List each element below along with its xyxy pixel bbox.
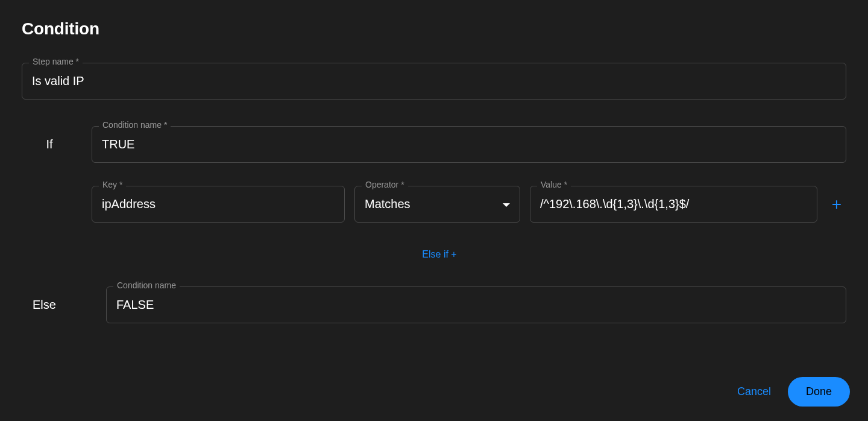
if-condition-name-field: Condition name * (92, 126, 846, 163)
page-title: Condition (22, 19, 846, 39)
else-if-button[interactable]: Else if + (33, 249, 846, 260)
value-label: Value * (537, 180, 571, 189)
done-button[interactable]: Done (788, 377, 850, 407)
step-name-row: Step name * (22, 63, 846, 100)
if-condition-name-label: Condition name * (99, 120, 171, 130)
operator-field: Operator * Matches (354, 186, 520, 223)
value-input[interactable] (530, 186, 817, 223)
key-label: Key * (99, 180, 126, 189)
value-field: Value * (530, 186, 817, 223)
if-condition-name-input[interactable] (92, 126, 846, 163)
else-label: Else (22, 298, 96, 312)
else-condition-name-label: Condition name (113, 280, 180, 290)
if-row: If Condition name * (22, 126, 846, 163)
step-name-label: Step name * (29, 57, 83, 66)
operator-select[interactable]: Matches (354, 186, 520, 223)
else-condition-name-input[interactable] (106, 286, 846, 323)
else-row: Else Condition name (22, 286, 846, 323)
if-label: If (22, 138, 82, 151)
operator-label: Operator * (362, 180, 408, 189)
plus-icon: + (832, 195, 841, 214)
step-name-input[interactable] (22, 63, 846, 100)
key-input[interactable] (92, 186, 345, 223)
footer-actions: Cancel Done (737, 377, 850, 407)
key-field: Key * (92, 186, 345, 223)
condition-editor: Condition Step name * If Condition name … (0, 0, 868, 421)
add-rule-button[interactable]: + (827, 195, 846, 214)
cancel-button[interactable]: Cancel (737, 385, 771, 398)
rule-row: Key * Operator * Matches Value * + (92, 186, 846, 223)
step-name-field: Step name * (22, 63, 846, 100)
else-condition-name-field: Condition name (106, 286, 846, 323)
